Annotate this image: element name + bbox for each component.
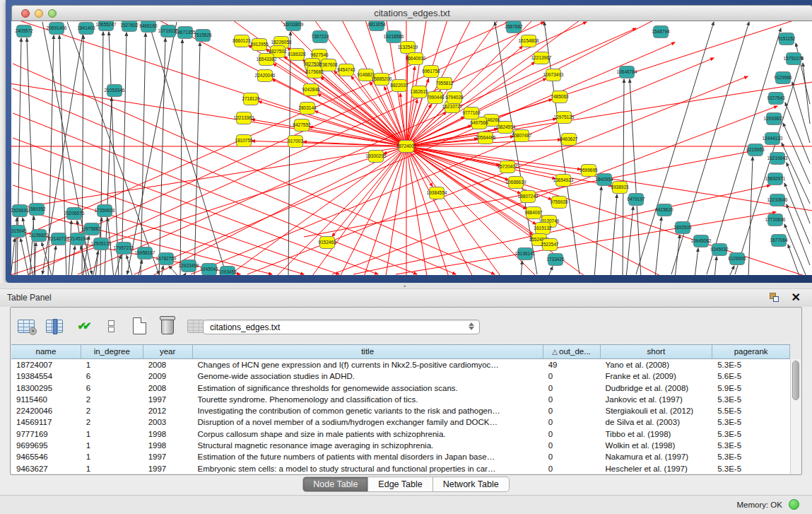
table-cell: 2 — [81, 416, 143, 428]
table-settings-icon[interactable]: ✶ — [16, 316, 36, 336]
sort-ascending-icon: △ — [552, 348, 558, 356]
table-cell: 9777169 — [11, 428, 81, 440]
selection-boxes-icon[interactable] — [101, 316, 121, 336]
table-cell: 18300295 — [11, 382, 81, 394]
new-document-icon[interactable] — [129, 316, 149, 336]
table-cell: Hescheler et al. (1997) — [600, 463, 712, 474]
close-panel-icon[interactable]: ✕ — [792, 291, 801, 305]
network-view-window: citations_edges.txt 24055722069140618414… — [6, 0, 812, 283]
splitter-grip-icon[interactable]: ▴ — [404, 284, 409, 288]
graph-node-label: 1548794 — [652, 29, 670, 34]
table-cell: 0 — [543, 370, 601, 382]
graph-node-label: 9245042 — [200, 267, 218, 271]
table-row[interactable]: 977716911998Corpus callosum shape and si… — [11, 428, 790, 440]
graph-node-label: 18724007 — [396, 144, 417, 148]
table-cell: 1998 — [143, 428, 193, 440]
tab-node-table[interactable]: Node Table — [302, 477, 368, 492]
graph-node-label: 1093459 — [218, 269, 237, 274]
float-panel-icon[interactable] — [768, 292, 781, 303]
table-cell: Tourette syndrome. Phenomenology and cla… — [193, 394, 543, 405]
table-select-dropdown[interactable]: citations_edges.txt — [203, 320, 480, 334]
memory-status-icon[interactable] — [789, 499, 799, 510]
show-columns-icon[interactable] — [45, 316, 64, 336]
table-cell: Stergiakouli et al. (2012) — [600, 405, 712, 416]
table-row[interactable]: 911546021997Tourette syndrome. Phenomeno… — [11, 394, 790, 405]
column-header-pagerank[interactable]: pagerank — [712, 345, 790, 358]
graph-node-label: 1810755 — [235, 138, 253, 143]
table-cell: 5.3E-5 — [712, 440, 790, 451]
table-cell: 5.3E-5 — [712, 394, 790, 405]
graph-node-label: 6794028 — [445, 95, 464, 100]
column-header-title[interactable]: title — [193, 345, 543, 358]
graph-node-label: 16640910 — [406, 56, 426, 61]
tab-edge-table[interactable]: Edge Table — [368, 477, 433, 492]
table-cell: 0 — [543, 451, 601, 462]
graph-node-label: 6497568 — [470, 120, 488, 125]
table-row[interactable]: 1938455462009Genome-wide association stu… — [11, 370, 790, 382]
graph-node-label: 17710646 — [765, 217, 786, 222]
graph-node-label: 9227543 — [767, 95, 785, 100]
graph-node-label: 9827546 — [310, 52, 329, 57]
graph-node-label: 9415620 — [655, 207, 673, 212]
graph-node-label: 1892505 — [673, 225, 692, 230]
table-cell: Corpus callosum shape and size in male p… — [193, 428, 543, 440]
graph-node-label: 12142737 — [49, 236, 69, 241]
graph-node-label: 2687682 — [505, 24, 523, 29]
table-cell: 5.3E-5 — [712, 463, 790, 474]
select-all-icon[interactable]: ✔✔ — [73, 316, 93, 336]
table-cell: 49 — [543, 359, 601, 370]
graph-node-label: 2803144 — [298, 105, 317, 110]
window-title: citations_edges.txt — [12, 8, 812, 18]
table-cell: Nakamura et al. (1997) — [600, 451, 712, 462]
scrollbar-thumb[interactable] — [792, 361, 799, 400]
network-canvas[interactable]: 2405572206914061841403106552471527602646… — [11, 21, 812, 275]
graph-node-label: 15136141 — [515, 251, 536, 256]
table-row[interactable]: 1830029562008Estimation of significance … — [11, 382, 790, 394]
citation-network-graph[interactable]: 2405572206914061841403106552471527602646… — [11, 21, 812, 275]
table-row[interactable]: 969969511998Structural magnetic resonanc… — [11, 440, 790, 451]
table-row[interactable]: 946362711997Embryonic stem cells: a mode… — [11, 463, 790, 474]
graph-node-label: 12213967 — [531, 55, 552, 60]
table-row[interactable]: 946554611997Estimation of the future num… — [11, 451, 790, 462]
table-cell: Jankovic et al. (1997) — [600, 394, 712, 405]
table-cell: 9465546 — [11, 451, 81, 462]
table-panel-title: Table Panel — [7, 293, 52, 303]
table-toolbar: ✶ ✔✔ f(x) — [16, 313, 234, 339]
table-vertical-scrollbar[interactable] — [790, 359, 801, 474]
table-cell: Wolkin et al. (1998) — [600, 440, 712, 451]
panel-splitter[interactable]: ▴ — [0, 283, 812, 289]
table-cell: 1 — [81, 451, 143, 462]
window-titlebar[interactable]: citations_edges.txt — [11, 5, 812, 21]
column-header-name[interactable]: name — [11, 345, 81, 358]
graph-node-label: 7990448 — [426, 95, 445, 100]
graph-node-label: 11325419 — [398, 45, 418, 49]
graph-node-label: 10945062 — [691, 238, 712, 243]
table-cell: Genome-wide association studies in ADHD. — [193, 370, 543, 382]
graph-node-label: 13654923 — [553, 177, 574, 182]
graph-node-label: 9463627 — [560, 136, 578, 141]
table-cell: Yano et al. (2008) — [600, 359, 712, 370]
table-cell: Tibbo et al. (1998) — [600, 428, 712, 440]
table-row[interactable]: 2242004622012Investigating the contribut… — [11, 405, 790, 416]
graph-node-label: 12505135 — [91, 241, 112, 246]
delete-table-icon[interactable] — [158, 316, 177, 336]
column-header-year[interactable]: year — [143, 345, 193, 358]
column-header-out_de[interactable]: △out_de... — [543, 345, 601, 358]
table-cell: 1 — [81, 428, 143, 440]
graph-node-label: 9315945 — [11, 228, 27, 233]
table-row[interactable]: 1456911722003Disruption of a novel membe… — [11, 416, 790, 428]
table-cell: 2 — [81, 394, 143, 405]
memory-status-label: Memory: OK — [736, 501, 782, 509]
graph-node-label: 18300295 — [366, 153, 387, 158]
column-header-short[interactable]: short — [601, 345, 713, 358]
tab-network-table[interactable]: Network Table — [433, 477, 510, 492]
graph-node-label: 1527602 — [120, 23, 139, 28]
table-cell: Dudbridge et al. (2008) — [600, 382, 712, 394]
column-header-in_degree[interactable]: in_degree — [81, 345, 143, 358]
graph-node-label: 9777169 — [462, 110, 481, 115]
graph-node-label: 9242848 — [302, 87, 320, 92]
table-row[interactable]: 1872400712008Changes of HCN gene express… — [11, 359, 790, 370]
table-cell: 14569117 — [11, 416, 81, 428]
table-panel-body: ✶ ✔✔ f(x) citations_edges.txt namein_deg… — [10, 307, 802, 475]
node-table: namein_degreeyeartitle△out_de...shortpag… — [11, 344, 790, 474]
